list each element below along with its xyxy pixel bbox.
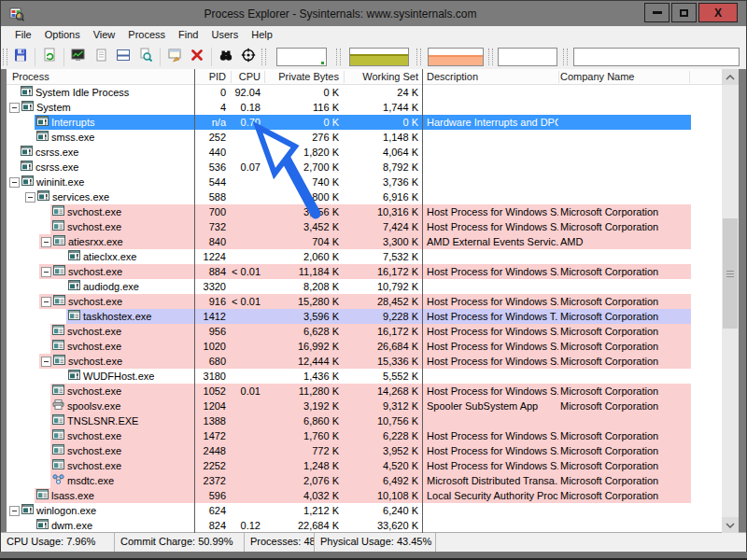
process-row-atieclxx-exe-1224[interactable]: atieclxx.exe12242,060 K7,532 K xyxy=(7,249,722,264)
tree-collapse-toggle[interactable] xyxy=(41,297,51,307)
process-tree-button[interactable] xyxy=(90,47,112,67)
close-button[interactable]: X xyxy=(698,3,738,22)
process-row-smss-exe-252[interactable]: smss.exe252276 K1,148 K xyxy=(7,130,722,145)
desc-cell: Hardware Interrupts and DPCs xyxy=(425,115,558,130)
column-header-priv[interactable]: Private Bytes xyxy=(264,69,344,84)
tree-collapse-toggle[interactable] xyxy=(25,192,35,203)
find-handle-button[interactable] xyxy=(215,47,237,67)
vertical-scrollbar[interactable] xyxy=(722,69,739,533)
column-header-desc[interactable]: Description xyxy=(425,69,558,84)
window-frame: Process Explorer - Sysinternals: www.sys… xyxy=(0,0,747,560)
process-row-dwm-exe-824[interactable]: dwm.exe8240.1222,684 K33,620 K xyxy=(7,518,722,533)
kill-process-button[interactable] xyxy=(186,47,208,67)
save-button[interactable] xyxy=(9,47,32,67)
process-row-svchost-exe-1472[interactable]: svchost.exe14721,760 K6,228 KHost Proces… xyxy=(7,428,722,443)
maximize-button[interactable] xyxy=(671,3,697,22)
status-cpu-usage: CPU Usage: 7.96% xyxy=(1,533,115,552)
gpu-history-graph[interactable] xyxy=(573,48,740,66)
pid-cell: 1224 xyxy=(194,249,231,264)
process-row-taskhostex-exe-1412[interactable]: taskhostex.exe14123,596 K9,228 KHost Pro… xyxy=(7,309,722,324)
cpu-history-graph[interactable] xyxy=(276,48,327,66)
process-name-cell: audiodg.exe xyxy=(68,279,194,294)
process-row-audiodg-exe-3320[interactable]: audiodg.exe33208,208 K10,792 K xyxy=(7,279,722,294)
process-row-svchost-exe-956[interactable]: svchost.exe9566,628 K16,172 KHost Proces… xyxy=(7,324,722,339)
process-row-svchost-exe-2448[interactable]: svchost.exe2448772 K3,952 KHost Process … xyxy=(7,443,722,458)
process-row-system-idle-process-0[interactable]: System Idle Process092.040 K24 K xyxy=(7,85,722,100)
process-row-wininit-exe-544[interactable]: wininit.exe544740 K3,736 K xyxy=(7,175,722,189)
find-window-process-button[interactable] xyxy=(237,47,260,67)
process-row-svchost-exe-732[interactable]: svchost.exe7323,452 K7,424 KHost Process… xyxy=(7,219,722,234)
status-processes: Processes: 48 xyxy=(245,533,315,552)
process-row-svchost-exe-680[interactable]: svchost.exe68012,444 K15,336 KHost Proce… xyxy=(7,354,722,369)
column-header-separator[interactable] xyxy=(231,71,232,83)
company-cell: Microsoft Corporation xyxy=(560,339,689,354)
process-row-svchost-exe-884[interactable]: svchost.exe884< 0.0111,184 K16,172 KHost… xyxy=(7,264,722,279)
column-header-separator[interactable] xyxy=(344,71,345,83)
toolbar-separator xyxy=(63,48,64,66)
system-information-button[interactable] xyxy=(67,47,90,67)
scroll-up-button[interactable] xyxy=(722,69,739,85)
column-header-pid[interactable]: PID xyxy=(194,69,231,84)
menu-item-process[interactable]: Process xyxy=(121,26,172,44)
process-row-services-exe-588[interactable]: services.exe5882,800 K6,916 K xyxy=(7,189,722,204)
ws-cell: 26,684 K xyxy=(344,339,422,354)
menu-item-users[interactable]: Users xyxy=(204,26,245,44)
show-lower-pane-button[interactable] xyxy=(112,47,134,67)
process-row-lsass-exe-596[interactable]: lsass.exe5964,032 K10,108 KLocal Securit… xyxy=(7,488,722,503)
process-row-atiesrxx-exe-840[interactable]: atiesrxx.exe840704 K3,300 KAMD External … xyxy=(7,234,722,249)
properties-icon xyxy=(167,48,182,66)
refresh-button[interactable] xyxy=(38,47,61,67)
menu-item-options[interactable]: Options xyxy=(38,26,87,44)
process-row-svchost-exe-916[interactable]: svchost.exe916< 0.0115,280 K28,452 KHost… xyxy=(7,294,722,309)
column-header-separator[interactable] xyxy=(689,71,690,83)
process-row-interrupts-n/a[interactable]: Interruptsn/a0.700 K0 KHardware Interrup… xyxy=(7,115,722,130)
commit-history-graph[interactable] xyxy=(349,48,409,66)
menu-item-find[interactable]: Find xyxy=(172,26,204,44)
process-row-msdtc-exe-2372[interactable]: msdtc.exe23722,076 K6,492 KMicrosoft Dis… xyxy=(7,473,722,488)
app-process-icon xyxy=(21,100,34,115)
tree-collapse-toggle[interactable] xyxy=(41,237,51,247)
column-divider-process[interactable] xyxy=(194,69,195,533)
io-history-graph[interactable] xyxy=(498,48,557,66)
minimize-button[interactable] xyxy=(644,3,669,22)
process-name-cell: spoolsv.exe xyxy=(52,399,194,413)
column-header-company[interactable]: Company Name xyxy=(560,69,689,84)
process-row-tnslsnr-exe-1388[interactable]: TNSLSNR.EXE13886,860 K10,756 K xyxy=(7,413,722,428)
column-header-separator[interactable] xyxy=(558,71,559,83)
properties-button[interactable] xyxy=(163,47,186,67)
cpu-cell xyxy=(231,204,264,219)
menu-item-help[interactable]: Help xyxy=(245,26,279,44)
process-row-wudfhost-exe-3180[interactable]: WUDFHost.exe31801,436 K5,552 K xyxy=(7,369,722,384)
process-row-spoolsv-exe-1204[interactable]: spoolsv.exe12043,192 K9,312 KSpooler Sub… xyxy=(7,399,722,413)
tree-collapse-toggle[interactable] xyxy=(41,357,51,367)
column-divider-workingset[interactable] xyxy=(422,69,423,533)
scroll-down-button[interactable] xyxy=(722,517,739,533)
process-row-svchost-exe-1052[interactable]: svchost.exe10520.0111,280 K14,268 KHost … xyxy=(7,384,722,399)
menu-item-file[interactable]: File xyxy=(8,26,38,44)
process-row-csrss-exe-536[interactable]: csrss.exe5360.072,700 K8,792 K xyxy=(7,160,722,175)
column-header-cpu[interactable]: CPU xyxy=(231,69,264,84)
ws-cell: 33,620 K xyxy=(344,518,422,533)
column-header-process[interactable]: Process xyxy=(7,69,194,84)
process-row-winlogon-exe-624[interactable]: winlogon.exe6241,212 K6,240 K xyxy=(7,503,722,518)
cpu-cell xyxy=(231,488,264,503)
view-dlls-button[interactable] xyxy=(134,47,157,67)
tree-collapse-toggle[interactable] xyxy=(9,103,20,113)
titlebar[interactable]: Process Explorer - Sysinternals: www.sys… xyxy=(1,1,746,26)
process-row-svchost-exe-2252[interactable]: svchost.exe22521,248 K4,520 KHost Proces… xyxy=(7,458,722,473)
process-name: Interrupts xyxy=(51,115,94,130)
tree-collapse-toggle[interactable] xyxy=(9,177,20,188)
toolbar-gripper xyxy=(336,49,341,65)
tree-collapse-toggle[interactable] xyxy=(41,267,51,277)
column-header-ws[interactable]: Working Set xyxy=(344,69,422,84)
scrollbar-thumb[interactable] xyxy=(723,218,738,329)
pid-cell: n/a xyxy=(194,115,231,130)
process-row-svchost-exe-1020[interactable]: svchost.exe102016,992 K26,684 KHost Proc… xyxy=(7,339,722,354)
tree-collapse-toggle[interactable] xyxy=(9,506,20,516)
process-row-csrss-exe-440[interactable]: csrss.exe4401,820 K4,064 K xyxy=(7,145,722,160)
process-row-system-4[interactable]: System40.18116 K1,744 K xyxy=(7,100,722,115)
process-row-svchost-exe-700[interactable]: svchost.exe7003,956 K10,316 KHost Proces… xyxy=(7,204,722,219)
menu-item-view[interactable]: View xyxy=(87,26,122,44)
physical-memory-history-graph[interactable] xyxy=(428,48,484,66)
column-header-separator[interactable] xyxy=(264,71,265,83)
